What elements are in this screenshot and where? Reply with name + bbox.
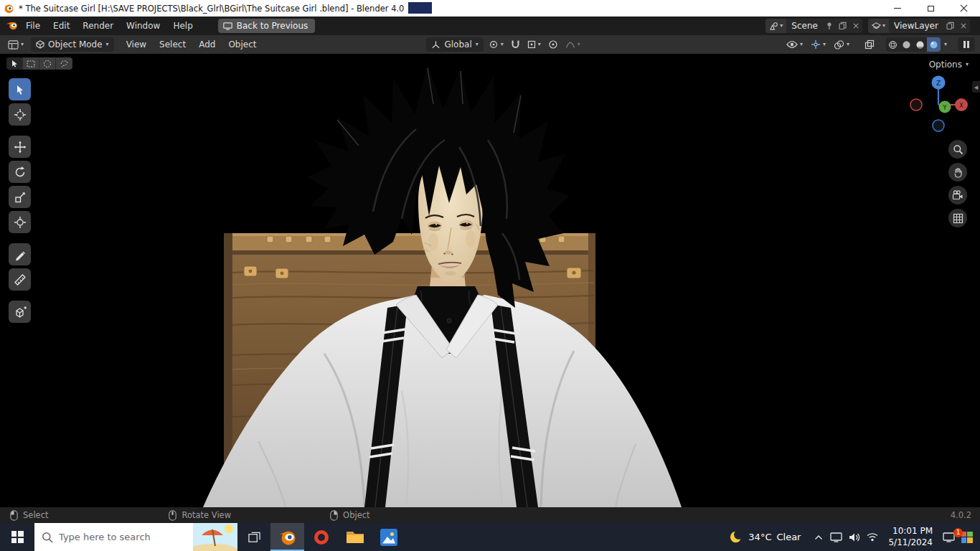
menu-render[interactable]: Render <box>76 19 120 33</box>
tray-hidden-icons-button[interactable] <box>809 534 827 540</box>
chevron-down-icon: ▾ <box>780 23 783 29</box>
scene-name[interactable]: Scene <box>786 21 823 31</box>
screen-icon <box>223 22 232 30</box>
tray-notifications-button[interactable]: 1 <box>940 532 958 542</box>
navigation-gizmo[interactable]: Z X Y <box>907 74 970 137</box>
viewlayer-name[interactable]: ViewLayer <box>889 21 943 31</box>
sidebar-collapse-arrow[interactable]: ◂ <box>972 81 980 93</box>
taskbar-app-file-explorer[interactable] <box>338 523 372 551</box>
select-mode-circle-button[interactable] <box>39 57 56 70</box>
overlays-dropdown[interactable]: ▾ <box>831 39 852 51</box>
close-button[interactable] <box>947 0 980 17</box>
menu-help[interactable]: Help <box>166 19 199 33</box>
snap-with-selector[interactable]: ▾ <box>525 39 543 50</box>
tool-scale[interactable] <box>9 186 31 208</box>
menu-edit[interactable]: Edit <box>47 19 76 33</box>
tray-display-button[interactable] <box>827 532 845 542</box>
tray-volume-button[interactable] <box>845 532 863 542</box>
taskbar-clock[interactable]: 10:01 PM 5/11/2024 <box>881 526 940 548</box>
ortho-grid-button[interactable] <box>948 209 967 227</box>
taskbar-app-blender[interactable] <box>270 523 304 551</box>
tool-transform[interactable] <box>9 211 31 233</box>
proportional-editing-icon <box>548 39 558 50</box>
scene-unlink-button[interactable]: × <box>849 19 862 33</box>
select-box-tool-icon <box>14 83 27 96</box>
viewlayer-remove-button[interactable]: × <box>957 19 970 33</box>
menu-add[interactable]: Add <box>192 39 222 50</box>
blender-menu-logo[interactable] <box>6 21 19 31</box>
tool-rotate[interactable] <box>9 161 31 183</box>
tool-measure[interactable] <box>9 268 31 291</box>
scene-browse-button[interactable]: ▾ <box>765 19 786 33</box>
orientation-selector[interactable]: Global ▾ <box>426 37 483 52</box>
gizmo-z-label: Z <box>936 80 941 87</box>
viewlayer-new-button[interactable] <box>943 19 957 33</box>
gizmos-dropdown[interactable]: ▾ <box>809 38 828 51</box>
camera-icon <box>952 190 963 200</box>
add-cube-icon <box>14 306 27 319</box>
gizmo-neg-z-ball[interactable] <box>933 120 944 131</box>
pivot-point-selector[interactable]: ▾ <box>486 38 506 51</box>
select-mode-lasso-button[interactable] <box>56 57 72 70</box>
shading-dropdown-chevron[interactable]: ▾ <box>944 42 947 47</box>
menu-file[interactable]: File <box>19 19 47 33</box>
tray-network-button[interactable] <box>863 532 881 542</box>
search-highlight-graphic[interactable] <box>193 523 237 551</box>
taskbar-weather[interactable]: 34°C Clear <box>720 529 809 545</box>
search-input[interactable] <box>59 532 193 542</box>
options-button[interactable]: Options ▾ <box>925 58 973 71</box>
camera-view-button[interactable] <box>948 186 967 204</box>
mode-selector[interactable]: Object Mode ▾ <box>31 37 114 52</box>
chevron-down-icon: ▾ <box>966 62 969 67</box>
back-to-previous-button[interactable]: Back to Previous <box>218 19 316 33</box>
pan-button[interactable] <box>948 163 967 182</box>
minimize-button[interactable] <box>881 0 914 17</box>
tool-add-cube[interactable] <box>9 301 31 323</box>
zoom-button[interactable] <box>948 140 967 159</box>
task-view-button[interactable] <box>237 523 270 551</box>
scene-new-button[interactable] <box>836 19 849 33</box>
scene-pin-button[interactable] <box>823 19 836 33</box>
pause-bar <box>967 41 969 48</box>
windows-taskbar: 34°C Clear 10:01 PM <box>0 523 980 551</box>
shading-material-button[interactable] <box>913 37 927 52</box>
proportional-editing-toggle[interactable] <box>546 38 560 51</box>
tool-annotate[interactable] <box>9 243 31 265</box>
menu-select[interactable]: Select <box>153 39 192 50</box>
shading-wireframe-button[interactable] <box>886 37 900 52</box>
rendered-sphere-icon <box>929 40 938 50</box>
chevron-down-icon: ▾ <box>847 42 849 47</box>
taskbar-search[interactable] <box>34 523 237 551</box>
select-mode-box-button[interactable] <box>23 57 39 70</box>
select-mode-tweak-button[interactable] <box>6 57 23 70</box>
viewport-3d[interactable]: Options ▾ <box>0 54 980 507</box>
xray-toggle[interactable] <box>862 38 877 51</box>
gizmo-neg-x-ball[interactable] <box>910 99 922 110</box>
display-icon <box>830 532 842 542</box>
editor-type-button[interactable]: ▾ <box>5 39 27 51</box>
viewlayer-browse-button[interactable]: ▾ <box>868 19 889 33</box>
tool-move[interactable] <box>9 136 31 158</box>
maximize-button[interactable] <box>914 0 947 17</box>
menu-window[interactable]: Window <box>120 19 166 33</box>
speaker-icon <box>849 532 860 542</box>
taskbar-app-browser[interactable] <box>304 523 338 551</box>
transform-tool-icon <box>14 216 27 229</box>
tool-cursor[interactable] <box>9 103 31 126</box>
shading-rendered-button[interactable] <box>927 37 941 52</box>
hand-icon <box>953 167 963 178</box>
tool-select-box[interactable] <box>9 78 31 100</box>
shading-solid-button[interactable] <box>900 37 913 52</box>
snap-toggle[interactable] <box>509 38 522 51</box>
menu-view[interactable]: View <box>120 39 153 50</box>
menu-object[interactable]: Object <box>222 39 263 50</box>
pause-button[interactable] <box>958 37 975 52</box>
visibility-dropdown[interactable]: ▾ <box>784 39 805 50</box>
proportional-falloff-selector[interactable]: ▾ <box>563 39 583 50</box>
taskbar-app-photos[interactable] <box>372 523 405 551</box>
chevron-down-icon: ▾ <box>800 42 803 47</box>
viewlayer-icon <box>872 22 881 31</box>
network-icon <box>867 532 878 542</box>
blender-app-icon <box>4 3 14 14</box>
start-button[interactable] <box>0 523 34 551</box>
